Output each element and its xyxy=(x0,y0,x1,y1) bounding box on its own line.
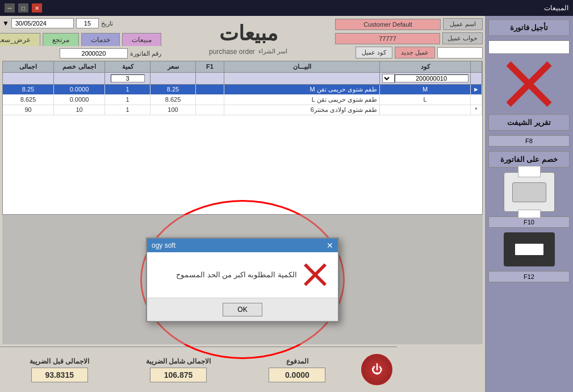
total-with-tax-summary: الاجمالى شامل الضريبة 106.875 xyxy=(123,357,233,382)
app-container: تأجيل فاتورة تقرير الشيفت F8 خصم على الف… xyxy=(0,16,573,392)
new-customer-button[interactable]: عميل جديد xyxy=(395,47,435,59)
row-f1 xyxy=(196,85,224,94)
paid-label: المدفوع xyxy=(286,357,308,365)
header-arrow xyxy=(471,61,482,72)
table-row[interactable]: * طفم شتوى اولادى مخنتر6 100 1 10 90 xyxy=(3,105,482,115)
discount-button[interactable]: خصم على الفاتورة xyxy=(488,151,570,168)
row-discount: 0.0000 xyxy=(54,95,105,105)
ok-button[interactable]: OK xyxy=(223,303,262,316)
dialog-footer: OK xyxy=(147,298,338,321)
dialog-message: الكمية المطلوبه اكبر من الحد المسموح xyxy=(176,270,297,279)
power-icon: ⏻ xyxy=(371,363,383,376)
qty-input[interactable] xyxy=(111,74,145,82)
invoice-input[interactable] xyxy=(60,48,128,59)
titlebar: المبيعات ─ □ ✕ xyxy=(0,0,573,16)
tab-return[interactable]: مرتجع xyxy=(43,33,79,46)
purchase-order-section: اسر الشراء purchase order xyxy=(209,48,287,56)
date-label: تاريخ xyxy=(101,20,113,27)
row-f1 xyxy=(196,105,224,115)
row-total: 8.25 xyxy=(3,85,54,94)
printer-button[interactable] xyxy=(504,172,555,212)
app-title: مبيعات xyxy=(219,22,278,45)
row-code: M xyxy=(380,85,471,94)
header-code: كود xyxy=(380,61,471,72)
invoice-row: رقم الفاتورة xyxy=(2,48,161,59)
table-row[interactable]: L طفم شتوى حريمى تقن L 8.625 1 0.0000 8.… xyxy=(3,95,482,105)
tab-services[interactable]: خدمات xyxy=(81,33,120,46)
code-select[interactable]: ▼ xyxy=(382,74,395,83)
printer-paper-top xyxy=(518,166,541,177)
row-code xyxy=(380,105,471,115)
far-right-panel: تأجيل فاتورة تقرير الشيفت F8 خصم على الف… xyxy=(485,16,573,392)
customer-account-row: حواب عميل 77777 xyxy=(335,32,483,44)
header-f1: F1 xyxy=(196,61,224,72)
tab-price-show[interactable]: عرض_سعر xyxy=(0,33,40,46)
printer-body xyxy=(512,182,546,202)
customer-name-value: Customer Default xyxy=(335,19,441,30)
input-f1-cell xyxy=(196,73,224,84)
row-arrow: ► xyxy=(471,85,482,94)
dialog-close-button[interactable]: ✕ xyxy=(327,241,333,250)
header-qty: كمية xyxy=(105,61,150,72)
row-total: 90 xyxy=(3,105,54,115)
right-info-panel: تاريخ 15 ▼ مبيعات خدمات مرتجع عرض_سعر رق… xyxy=(2,18,161,59)
header-price: سعر xyxy=(150,61,196,72)
dialog-box: ogy soft ✕ الكمية المطلوبه اكبر من الحد … xyxy=(146,237,339,322)
cancel-x-button[interactable] xyxy=(504,59,555,110)
input-price-cell xyxy=(150,73,196,84)
row-f1 xyxy=(196,95,224,105)
table-row[interactable]: ► M طفم شتوى حريمى تقن M 8.25 1 0.0000 8… xyxy=(3,85,482,95)
dialog-titlebar: ogy soft ✕ xyxy=(147,239,338,252)
customer-code-input[interactable] xyxy=(437,47,483,59)
f10-button[interactable]: F10 xyxy=(488,216,570,228)
row-price: 100 xyxy=(150,105,196,115)
customer-code-button[interactable]: كود عميل xyxy=(355,47,392,59)
paid-summary: المدفوع 0.0000 xyxy=(242,357,352,382)
row-total: 8.625 xyxy=(3,95,54,105)
printer-paper-bottom xyxy=(518,210,541,218)
dialog-title: ogy soft xyxy=(152,241,175,249)
date-input[interactable] xyxy=(11,18,74,28)
postpone-button[interactable]: تأجيل فاتورة xyxy=(488,19,570,36)
grid-input-row: ▼ xyxy=(2,73,483,85)
row-desc: طفم شتوى حريمى تقن M xyxy=(224,85,380,94)
tab-sales[interactable]: مبيعات xyxy=(122,33,161,46)
top-section: اسم عميل Customer Default حواب عميل 7777… xyxy=(0,16,485,61)
grid-area: كود البيـــان F1 سعر كمية اجمالى خصم اجم… xyxy=(0,61,485,347)
row-code: L xyxy=(380,95,471,105)
empty-area: ogy soft ✕ الكمية المطلوبه اكبر من الحد … xyxy=(2,215,483,344)
grid-body: ► M طفم شتوى حريمى تقن M 8.25 1 0.0000 8… xyxy=(2,85,483,215)
row-discount: 10 xyxy=(54,105,105,115)
thermal-paper xyxy=(515,244,543,255)
minimize-button[interactable]: ─ xyxy=(5,3,15,12)
f12-button[interactable]: F12 xyxy=(488,271,570,282)
customer-panel: اسم عميل Customer Default حواب عميل 7777… xyxy=(335,18,483,59)
power-button[interactable]: ⏻ xyxy=(361,354,392,385)
close-button[interactable]: ✕ xyxy=(32,3,42,12)
paid-value: 0.0000 xyxy=(269,368,325,382)
input-arrow xyxy=(471,73,482,84)
code-input[interactable] xyxy=(395,74,469,82)
date-dropdown-icon[interactable]: ▼ xyxy=(2,19,9,27)
header-total: اجمالى xyxy=(3,61,54,72)
total-with-tax-label: الاجمالى شامل الضريبة xyxy=(146,357,211,365)
postpone-input[interactable] xyxy=(488,40,570,54)
maximize-button[interactable]: □ xyxy=(18,3,28,12)
title-panel: مبيعات اسر الشراء purchase order xyxy=(164,18,333,59)
f8-button[interactable]: F8 xyxy=(488,135,570,147)
row-price: 8.625 xyxy=(150,95,196,105)
total-before-tax-summary: الاجمالى قبل الضريبة 93.8315 xyxy=(5,357,114,382)
customer-name-label: اسم عميل xyxy=(443,18,483,30)
date-number: 15 xyxy=(76,18,99,28)
input-discount-cell xyxy=(54,73,105,84)
report-button[interactable]: تقرير الشيفت xyxy=(488,114,570,131)
row-arrow xyxy=(471,95,482,105)
bottom-bar: ⏻ المدفوع 0.0000 الاجمالى شامل الضريبة 1… xyxy=(0,347,397,392)
row-price: 8.25 xyxy=(150,85,196,94)
dialog-overlay: ogy soft ✕ الكمية المطلوبه اكبر من الحد … xyxy=(2,215,483,344)
tab-row: مبيعات خدمات مرتجع عرض_سعر xyxy=(2,33,161,46)
row-qty: 1 xyxy=(105,105,150,115)
row-desc: طفم شتوى اولادى مخنتر6 xyxy=(224,105,380,115)
input-desc-cell xyxy=(224,73,380,84)
thermal-printer-button[interactable] xyxy=(504,232,555,266)
